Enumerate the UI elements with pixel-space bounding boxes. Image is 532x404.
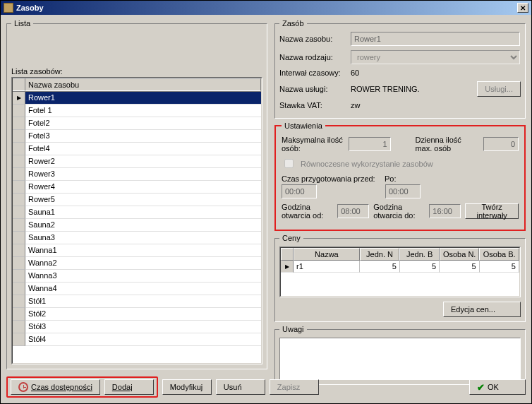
zasob-fieldset: Zasób Nazwa zasobu: Nazwa rodzaju: rower… — [274, 19, 526, 119]
nazwa-zasobu-input[interactable] — [351, 32, 520, 46]
list-item[interactable]: Rower4 — [13, 181, 261, 194]
window-title: Zasoby — [16, 4, 44, 12]
bottom-bar: Czas dostępności Dodaj Modyfikuj Usuń Za… — [6, 376, 526, 398]
dodaj-button[interactable]: Dodaj — [104, 379, 154, 395]
ustawienia-fieldset: Ustawienia Maksymalna ilość osób: Dzienn… — [274, 121, 526, 231]
list-item[interactable]: Fotel4 — [13, 143, 261, 155]
lista-fieldset: Lista Lista zasobów: Nazwa zasobu Rower1… — [6, 19, 267, 369]
nazwa-rodzaju-select[interactable]: rowery — [351, 50, 520, 64]
uwagi-textarea[interactable] — [279, 338, 521, 380]
czas-po-input[interactable] — [385, 184, 421, 198]
zapisz-button[interactable]: Zapisz — [270, 379, 319, 395]
list-item[interactable]: Wanna2 — [13, 257, 261, 270]
highlighted-buttons: Czas dostępności Dodaj — [6, 376, 158, 398]
list-item[interactable]: Stół1 — [13, 295, 261, 308]
po-label: Po: — [385, 174, 397, 183]
price-header-osoba-b[interactable]: Osoba B. — [479, 248, 519, 261]
dzienna-input[interactable] — [483, 137, 519, 151]
list-item[interactable]: Stół3 — [13, 321, 261, 333]
list-item[interactable]: Fotel2 — [13, 117, 261, 130]
list-item[interactable]: Fotel 1 — [13, 105, 261, 117]
price-grid[interactable]: Nazwa Jedn. N Jedn. B Osoba N. Osoba B. … — [279, 246, 521, 297]
tworz-interwaly-button[interactable]: Twórz interwały — [465, 203, 519, 219]
list-item[interactable]: Wanna3 — [13, 270, 261, 283]
otw-od-label: Godzina otwarcia od: — [282, 203, 333, 220]
list-item[interactable]: Wanna1 — [13, 244, 261, 257]
modyfikuj-button[interactable]: Modyfikuj — [162, 379, 212, 395]
nazwa-zasobu-label: Nazwa zasobu: — [279, 35, 346, 43]
table-row[interactable]: ▶r15555 — [281, 261, 519, 273]
check-icon: ✔ — [477, 382, 485, 393]
list-item[interactable]: Sauna1 — [13, 206, 261, 219]
nazwa-rodzaju-label: Nazwa rodzaju: — [279, 53, 346, 61]
stawka-vat-label: Stawka VAT: — [279, 101, 346, 109]
list-item[interactable]: Rower1 — [13, 92, 261, 105]
interwal-label: Interwał czasowy: — [279, 69, 346, 77]
list-item[interactable]: Rower5 — [13, 194, 261, 206]
czas-dostepnosci-button[interactable]: Czas dostępności — [11, 379, 100, 395]
ok-button[interactable]: ✔ OK — [469, 379, 526, 395]
interwal-value: 60 — [351, 69, 359, 77]
price-header-nazwa[interactable]: Nazwa — [294, 248, 360, 261]
uslugi-button[interactable]: Usługi... — [477, 81, 521, 97]
window: Zasoby ✕ Lista Lista zasobów: Nazwa zaso… — [0, 0, 532, 404]
clock-icon — [18, 382, 28, 392]
list-item[interactable]: Stół4 — [13, 333, 261, 346]
edycja-cen-button[interactable]: Edycja cen... — [443, 302, 521, 317]
zasob-legend: Zasób — [279, 19, 307, 28]
list-item[interactable]: Fotel3 — [13, 130, 261, 143]
dzienna-label: Dzienna ilość max. osób — [415, 136, 479, 153]
lista-legend: Lista — [11, 19, 33, 28]
otw-do-label: Godzina otwarcia do: — [373, 203, 425, 220]
nazwa-uslugi-value: ROWER TRENING. — [351, 85, 473, 93]
price-header-osoba-n[interactable]: Osoba N. — [440, 248, 480, 261]
list-item[interactable]: Rower3 — [13, 168, 261, 181]
ustawienia-legend: Ustawienia — [282, 121, 325, 130]
czas-przed-input[interactable] — [282, 184, 317, 198]
stawka-vat-value: zw — [351, 101, 360, 109]
max-osob-label: Maksymalna ilość osób: — [282, 136, 344, 153]
otw-od-input[interactable] — [337, 204, 369, 218]
list-item[interactable]: Wanna4 — [13, 283, 261, 295]
lista-zasobow-label: Lista zasobów: — [11, 67, 262, 76]
czas-przed-label: Czas przygotowania przed: — [282, 174, 380, 183]
nazwa-uslugi-label: Nazwa usługi: — [279, 85, 346, 93]
app-icon — [4, 3, 13, 13]
grid-header-name[interactable]: Nazwa zasobu — [25, 78, 261, 91]
otw-do-input[interactable] — [429, 204, 461, 218]
ceny-legend: Ceny — [279, 234, 303, 242]
rownoczesne-checkbox[interactable] — [284, 159, 294, 168]
price-header-jedn-b[interactable]: Jedn. B — [399, 248, 440, 261]
uwagi-legend: Uwagi — [279, 325, 307, 333]
list-item[interactable]: Rower2 — [13, 155, 261, 168]
rownoczesne-label: Równoczesne wykorzystanie zasobów — [301, 160, 433, 168]
max-osob-input[interactable] — [349, 137, 391, 151]
usun-button[interactable]: Usuń — [216, 379, 265, 395]
close-button[interactable]: ✕ — [517, 3, 528, 13]
list-item[interactable]: Stół2 — [13, 308, 261, 321]
list-item[interactable]: Sauna2 — [13, 219, 261, 232]
resource-grid[interactable]: Nazwa zasobu Rower1Fotel 1Fotel2Fotel3Fo… — [11, 77, 262, 364]
titlebar: Zasoby ✕ — [1, 1, 531, 15]
ceny-fieldset: Ceny Nazwa Jedn. N Jedn. B Osoba N. Osob… — [274, 234, 526, 322]
list-item[interactable]: Sauna3 — [13, 232, 261, 244]
price-header-jedn-n[interactable]: Jedn. N — [360, 248, 400, 261]
